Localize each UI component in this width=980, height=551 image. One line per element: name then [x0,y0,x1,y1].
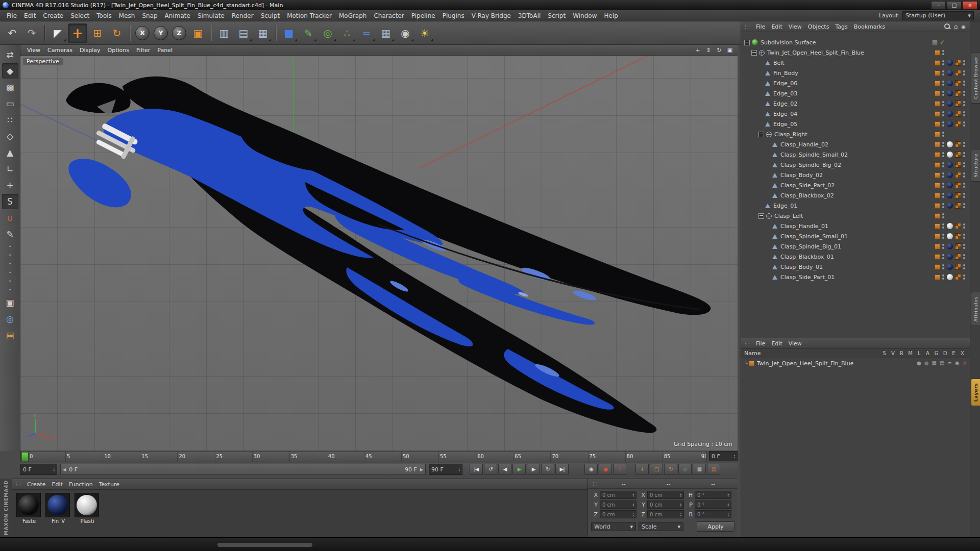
menu-script[interactable]: Script [544,10,569,21]
menu-tags[interactable]: Tags [832,23,850,30]
menu-file[interactable]: File [753,340,768,347]
texture-tag-icon[interactable] [935,132,940,137]
texture-tag-icon[interactable] [935,91,940,96]
material-tag-icon[interactable] [947,121,953,127]
layer-color-button[interactable]: ▤ [2,328,18,343]
stepper-icon[interactable] [458,467,460,471]
material-item[interactable]: Plasti [75,493,100,534]
play-button[interactable]: ▶ [512,464,526,475]
material-tag-icon[interactable] [947,60,953,66]
render-settings-button[interactable]: ▦ [254,24,272,42]
dopesheet-button[interactable]: ▦ [693,464,706,475]
phong-dots-icon[interactable] [963,60,966,65]
current-frame-field[interactable]: 0 F [20,464,57,475]
range-right-arrow-icon[interactable]: ▶ [420,467,423,472]
scale-tool-button[interactable]: ⊞ [88,24,107,42]
visibility-dots-icon[interactable] [942,203,945,208]
enabled-toggle-icon[interactable] [932,40,938,45]
scale-select[interactable]: Scale ▾ [639,522,683,531]
brush-button[interactable]: ✎ [2,227,18,242]
point-snap-toggle[interactable]: • [5,243,15,251]
visibility-dots-icon[interactable] [942,101,945,106]
material-tag-icon[interactable] [947,111,953,117]
state-dot-icon[interactable]: ● [917,361,921,366]
visibility-dots-icon[interactable] [942,142,945,147]
material-tag-icon[interactable] [947,233,953,239]
add-light-button[interactable]: ☀ [415,24,434,42]
menu-edit[interactable]: Edit [20,10,39,21]
tree-row-edge-06[interactable]: Edge_06 [741,78,970,88]
visibility-dots-icon[interactable] [942,193,945,198]
material-item[interactable]: Fin_V [45,493,71,534]
menu-filter[interactable]: Filter [133,47,154,54]
coordinate-system-button[interactable]: ▣ [189,24,207,42]
texture-tag-icon[interactable] [935,264,940,270]
add-subdivision-surface-button[interactable]: ◎ [318,24,337,42]
visibility-dots-icon[interactable] [942,121,945,127]
stepper-icon[interactable] [680,493,681,497]
phong-dots-icon[interactable] [963,274,966,280]
menu-cameras[interactable]: Cameras [44,47,76,54]
menu-display[interactable]: Display [76,47,104,54]
tree-row-edge-04[interactable]: Edge_04 [741,109,970,119]
menu-panel[interactable]: Panel [154,47,176,54]
texture-tag-icon[interactable] [935,244,940,249]
stepper-icon[interactable] [632,512,634,516]
menu-mograph[interactable]: MoGraph [335,10,371,21]
uvw-tag-icon[interactable] [955,172,961,178]
size-y-field[interactable]: 0 cm [647,500,684,509]
render-view-button[interactable]: ▥ [215,24,233,42]
filter-icon[interactable]: ≡ [947,361,951,366]
phong-dots-icon[interactable] [963,121,966,127]
workplane-mode-button[interactable]: ▭ [2,96,18,111]
tree-row-edge-01[interactable]: Edge_01 [741,201,970,211]
texture-tag-icon[interactable] [935,234,940,239]
uvw-tag-icon[interactable] [955,101,961,107]
position-x-field[interactable]: 0 cm [600,491,636,499]
uvw-tag-icon[interactable] [955,141,961,147]
uvw-tag-icon[interactable] [955,80,961,86]
expander-icon[interactable] [744,40,750,45]
menu-view[interactable]: View [23,47,44,54]
render-dot-icon[interactable]: ● [924,361,929,366]
visibility-dots-icon[interactable] [942,70,945,76]
material-tag-icon[interactable] [947,80,953,86]
timeline-ruler[interactable]: 051015202530354045505560657075808590 [20,451,707,462]
rotation-header-select[interactable]: -- [692,481,734,487]
zoom-view-icon[interactable]: ⇕ [704,46,713,54]
tree-row-edge-02[interactable]: Edge_02 [741,98,970,109]
uvw-tag-icon[interactable] [955,60,961,66]
tree-row-clasp-side-part-02[interactable]: Clasp_Side_Part_02 [741,180,970,190]
texture-tag-icon[interactable] [935,193,940,198]
material-tag-icon[interactable] [947,101,953,107]
visibility-dots-icon[interactable] [942,183,945,188]
menu-view[interactable]: View [786,23,805,30]
parameter-record-toggle[interactable]: ◇ [678,464,692,475]
status-scrollbar[interactable] [217,543,312,547]
make-editable-button[interactable]: ⇄ [2,47,18,62]
y-axis-lock-button[interactable]: Y [154,26,168,40]
texture-tag-icon[interactable] [935,183,940,188]
position-z-field[interactable]: 0 cm [600,510,636,518]
home-icon[interactable] [954,23,958,30]
menu-motion-tracker[interactable]: Motion Tracker [283,10,335,21]
phong-dots-icon[interactable] [963,142,966,147]
tree-row-fin-body[interactable]: Fin_Body [741,68,970,78]
spline-snap-toggle[interactable]: • [5,269,15,277]
z-axis-lock-button[interactable]: Z [172,26,186,40]
next-frame-button[interactable]: ▶ [527,464,540,475]
material-tag-icon[interactable] [947,182,953,188]
phong-dots-icon[interactable] [963,223,966,229]
texture-tag-icon[interactable] [935,213,940,219]
texture-tag-icon[interactable] [935,172,940,178]
toggle-view-icon[interactable]: ▣ [725,46,734,54]
stepper-icon[interactable] [680,503,681,507]
menu-animate[interactable]: Animate [161,10,194,21]
tree-row-clasp-body-02[interactable]: Clasp_Body_02 [741,170,970,180]
menu-mesh[interactable]: Mesh [115,10,139,21]
tree-row-edge-03[interactable]: Edge_03 [741,88,970,98]
workplane-lock-button[interactable]: ▣ [2,295,18,310]
apply-button[interactable]: Apply [697,521,734,532]
animation-tag-icon[interactable]: ▦ [932,361,937,366]
texture-tag-icon[interactable] [935,111,940,117]
